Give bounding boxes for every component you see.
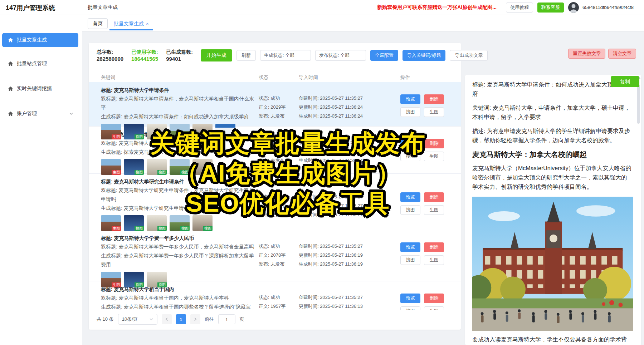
tab-home[interactable]: 首页 (88, 18, 108, 29)
article-thumbnail[interactable]: 生图 (101, 215, 121, 231)
article-thumbnail[interactable]: 搜图 (192, 124, 213, 139)
article-subtitle: 双标题: 麦克马斯特大学学费一年多少人民币，麦克马斯特含金量高吗 (101, 242, 255, 251)
preview-button[interactable]: 预览 (400, 294, 420, 303)
prev-page-button[interactable] (162, 314, 172, 324)
article-thumbnail[interactable]: 搜图 (147, 124, 167, 139)
article-thumbnail[interactable]: 搜图 (147, 272, 167, 287)
publish-status: 发布: 未发布 (259, 112, 299, 120)
close-icon[interactable]: × (146, 21, 149, 26)
preview-keywords: 关键词: 麦克马斯特大学，申请条件，加拿大大学，硕士申请，本科申请，留学，入学要… (472, 103, 632, 122)
tab-batch-article-active[interactable]: 批量文章生成× (109, 18, 153, 30)
article-thumbnail[interactable]: 搜图 (192, 215, 213, 231)
table-row[interactable]: 标题: 麦克马斯特大学相当于国内 双标题: 麦克马斯特大学相当于国内，麦克马斯特… (89, 281, 461, 310)
thumbnail-type-badge: 搜图 (135, 170, 144, 175)
generate-image-button[interactable]: 生图 (424, 205, 444, 215)
created-time: 创建时间: 2025-05-27 11:35:27 (299, 242, 400, 251)
table-row[interactable]: 标题: 麦克马斯特大学 双标题: 麦克马斯特大学 生成标题: 探索麦克马斯特大学… (89, 127, 461, 174)
article-rows: 标题: 麦克马斯特大学申请条件 双标题: 麦克马斯特大学申请条件，麦克马斯特大学… (89, 82, 461, 310)
table-row[interactable]: 标题: 麦克马斯特大学学费一年多少人民币 双标题: 麦克马斯特大学学费一年多少人… (89, 230, 461, 281)
thumbnail-type-badge: 搜图 (180, 134, 190, 139)
search-image-button[interactable]: 搜图 (400, 255, 420, 265)
reset-failed-button[interactable]: 重置失败文章 (568, 49, 605, 59)
delete-button[interactable]: 删除 (424, 192, 444, 202)
next-page-button[interactable] (190, 314, 200, 324)
stat-value: 186441565 (131, 55, 158, 63)
delete-button[interactable]: 删除 (424, 242, 444, 252)
article-list-card: 总字数: 282580000 已使用字数: 186441565 已生成篇数: 9… (89, 43, 461, 330)
article-gen-title: 生成标题: 麦克马斯特大学相当于国内哪些名校？留学选择的“隐藏宝石” (101, 302, 255, 310)
sidebar-item-batch-article[interactable]: 批量文章生成 (2, 33, 78, 47)
total-words-stat: 总字数: 282580000 (97, 48, 123, 63)
delete-button[interactable]: 删除 (424, 139, 444, 148)
thumbnail-type-badge: 搜图 (157, 282, 167, 287)
scrollbar-thumb[interactable] (637, 84, 640, 124)
preview-button[interactable]: 预览 (400, 192, 420, 202)
generate-image-button[interactable]: 生图 (424, 306, 444, 310)
delete-button[interactable]: 删除 (424, 294, 444, 303)
table-row[interactable]: 标题: 麦克马斯特大学研究生申请条件 双标题: 麦克马斯特大学研究生申请条件，麦… (89, 174, 461, 230)
user-avatar[interactable] (568, 2, 579, 13)
article-thumbnail[interactable]: 搜图 (124, 272, 144, 287)
article-thumbnail[interactable]: 搜图 (124, 159, 144, 175)
refresh-button[interactable]: 刷新 (236, 50, 256, 61)
article-gen-title: 生成标题: 麦克马斯特大学研究生申请条件：解析申请要点 (101, 204, 255, 213)
thumbnail-type-badge: 搜图 (180, 170, 190, 175)
word-count: 正文: 1764字 (259, 147, 299, 156)
generate-status-select[interactable]: 生成状态: 全部 (260, 50, 311, 61)
goto-page-input[interactable] (218, 314, 235, 324)
article-thumbnail[interactable]: 生图 (101, 272, 121, 287)
sidebar-item-batch-site[interactable]: 批量站点管理 (2, 56, 78, 71)
clear-articles-button[interactable]: 清空文章 (608, 49, 636, 59)
delete-button[interactable]: 删除 (424, 94, 444, 104)
article-thumbnail[interactable]: 生图 (101, 124, 121, 139)
stat-label: 已使用字数: (131, 48, 158, 55)
export-success-button[interactable]: 导出成功文章 (450, 50, 488, 61)
article-thumbnail[interactable]: 搜图 (170, 215, 190, 231)
thumbnail-type-badge: 搜图 (135, 134, 144, 139)
thumbnail-type-badge: 搜图 (157, 226, 167, 231)
preview-button[interactable]: 预览 (400, 139, 420, 148)
col-header-import-time: 导入时间 (299, 74, 400, 81)
article-thumbnail[interactable]: 搜图 (147, 215, 167, 231)
created-time: 创建时间: 2025-05-27 11:35:27 (299, 192, 400, 201)
global-config-button[interactable]: 全局配置 (370, 50, 398, 61)
article-thumbnail[interactable]: 生图 (101, 159, 121, 175)
search-image-button[interactable]: 搜图 (400, 152, 420, 161)
preview-button[interactable]: 预览 (400, 242, 420, 252)
article-thumbnail[interactable]: 搜图 (124, 215, 144, 231)
search-image-button[interactable]: 搜图 (400, 205, 420, 215)
publish-status-select[interactable]: 发布状态: 全部 (315, 50, 366, 61)
article-thumbnail[interactable]: 搜图 (215, 124, 235, 139)
start-generate-button[interactable]: 开始生成 (201, 49, 232, 61)
thumbnail-type-badge: 搜图 (135, 226, 144, 231)
preview-button[interactable]: 预览 (400, 94, 420, 104)
word-count: 正文: 2056字 (259, 201, 299, 210)
thumbnail-type-badge: 搜图 (203, 226, 213, 231)
tutorial-button[interactable]: 使用教程 (506, 3, 533, 13)
updated-time: 更新时间: 2025-05-27 11:36:13 (299, 302, 400, 310)
table-row[interactable]: 标题: 麦克马斯特大学申请条件 双标题: 麦克马斯特大学申请条件，麦克马斯特大学… (89, 82, 461, 127)
import-keywords-button[interactable]: 导入关键词/标题 (402, 50, 446, 61)
article-gen-title: 生成标题: 探索麦克马斯特大学 (101, 148, 255, 157)
search-image-button[interactable]: 搜图 (400, 107, 420, 117)
article-thumbnail[interactable]: 搜图 (124, 124, 144, 139)
article-thumbnail[interactable]: 搜图 (192, 159, 213, 175)
thumbnail-type-badge: 生图 (112, 226, 121, 231)
per-page-select[interactable]: 10条/页 (118, 314, 157, 325)
page-number-button[interactable]: 1 (176, 314, 186, 324)
panel-scrollbar[interactable] (637, 76, 640, 345)
article-thumbnail[interactable]: 搜图 (147, 159, 167, 175)
article-thumbnail[interactable]: 搜图 (170, 124, 190, 139)
search-image-button[interactable]: 搜图 (400, 306, 420, 310)
generate-image-button[interactable]: 生图 (424, 152, 444, 161)
keyword-cell: 标题: 麦克马斯特大学申请条件 双标题: 麦克马斯特大学申请条件，麦克马斯特大学… (97, 82, 259, 126)
generate-image-button[interactable]: 生图 (424, 255, 444, 265)
contact-support-button[interactable]: 联系客服 (537, 3, 564, 13)
actions-cell: 预览 删除 搜图 生图 (400, 174, 457, 230)
home-icon (8, 111, 13, 117)
generate-image-button[interactable]: 生图 (424, 107, 444, 117)
copy-button[interactable]: 复制 (611, 76, 639, 87)
sidebar-item-keyword-mining[interactable]: 实时关键词挖掘 (2, 82, 78, 96)
article-thumbnail[interactable]: 搜图 (170, 159, 190, 175)
sidebar-item-account[interactable]: 账户管理 (2, 107, 78, 121)
